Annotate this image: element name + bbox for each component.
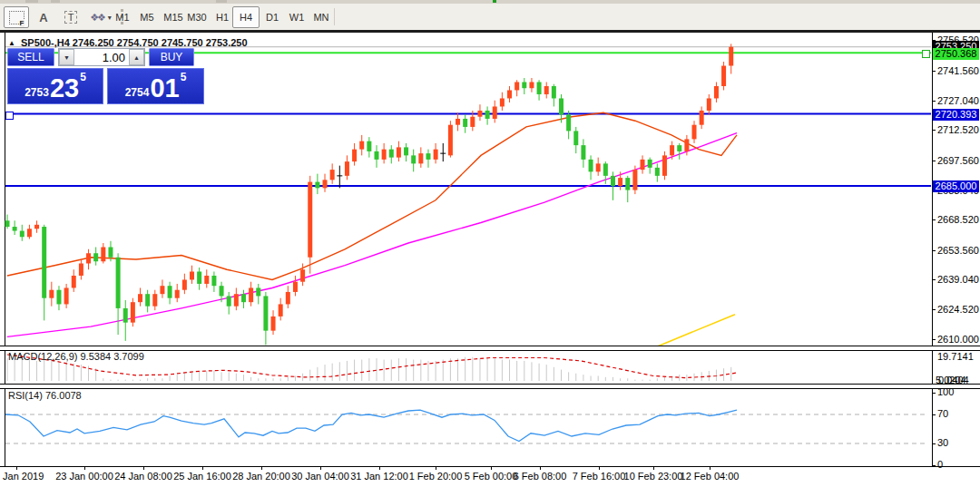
time-tick-mark bbox=[540, 467, 541, 470]
price-tick-mark bbox=[932, 71, 936, 72]
price-tick-label: 2668.520 bbox=[937, 214, 979, 225]
price-tick-mark bbox=[932, 219, 936, 220]
price-tick-label: 2610.000 bbox=[937, 334, 979, 345]
time-tick-mark bbox=[710, 467, 710, 470]
ohlc-high: 2754.750 bbox=[117, 37, 159, 48]
time-tick-label: 10 Feb 23:00 bbox=[624, 471, 683, 482]
chart-window: ▲ SP500-,H4 2746.250 2754.750 2745.750 2… bbox=[0, 33, 980, 487]
timeframe-mn-button[interactable]: MN bbox=[309, 6, 333, 28]
ask-big-digits: 01 bbox=[150, 75, 179, 102]
time-tick-mark bbox=[599, 467, 600, 470]
price-tick-mark bbox=[932, 101, 936, 102]
rsi-indicator-label: RSI(14) 76.0078 bbox=[8, 390, 82, 401]
time-tick-mark bbox=[653, 467, 654, 470]
macd-indicator-label: MACD(12,26,9) 9.5384 3.7099 bbox=[8, 351, 144, 362]
rsi-tick-label: 100 bbox=[937, 386, 954, 397]
bid-big-digits: 23 bbox=[50, 75, 79, 102]
toolbar-separator bbox=[334, 8, 335, 25]
toolbar: F A T ❖❖ ▾ M1M5M15M30H1H4D1W1MN bbox=[0, 4, 980, 31]
line-handle[interactable] bbox=[922, 50, 930, 58]
clipped-green-indicator bbox=[493, 0, 496, 3]
timeframe-w1-button[interactable]: W1 bbox=[286, 6, 308, 28]
timeframe-d1-button[interactable]: D1 bbox=[261, 6, 283, 28]
price-tick-label: 2712.520 bbox=[937, 124, 979, 135]
time-tick-label: 12 Feb 04:00 bbox=[681, 471, 740, 482]
timeframe-m30-button[interactable]: M30 bbox=[184, 6, 210, 28]
text-label-button[interactable]: T bbox=[58, 6, 83, 28]
ohlc-low: 2745.750 bbox=[162, 37, 203, 48]
macd-max-label: 19.7141 bbox=[937, 351, 974, 362]
price-tick-mark bbox=[932, 309, 936, 310]
rsi-tick-mark bbox=[932, 414, 936, 415]
time-tick-label: 21 Jan 2019 bbox=[0, 471, 44, 482]
volume-spinner: ▼ 1.00 ▲ bbox=[58, 48, 145, 66]
letter-a-icon: A bbox=[39, 11, 47, 24]
ask-prefix: 2754 bbox=[125, 86, 150, 99]
sell-button[interactable]: SELL bbox=[7, 48, 54, 66]
grid-f-icon: F bbox=[9, 11, 24, 24]
chart-grid-f-button[interactable]: F bbox=[4, 6, 29, 28]
price-tick-label: 2727.040 bbox=[937, 95, 979, 106]
price-tick-label: 2697.560 bbox=[937, 155, 979, 166]
time-tick-mark bbox=[436, 467, 436, 470]
price-tick-label: 2653.560 bbox=[937, 245, 979, 256]
rsi-tick-label: 30 bbox=[937, 437, 948, 448]
price-tick-mark bbox=[932, 161, 936, 161]
time-tick-label: 7 Feb 16:00 bbox=[573, 471, 626, 482]
buy-button[interactable]: BUY bbox=[149, 48, 194, 66]
rsi-tick-mark bbox=[932, 465, 936, 466]
time-tick-label: 6 Feb 08:00 bbox=[514, 471, 567, 482]
volume-decrease-button[interactable]: ▼ bbox=[59, 49, 74, 65]
time-tick-label: 24 Jan 08:00 bbox=[114, 471, 172, 482]
time-tick-label: 5 Feb 00:00 bbox=[465, 471, 518, 482]
timeframe-m5-button[interactable]: M5 bbox=[136, 6, 158, 28]
clipped-button bbox=[216, 0, 227, 3]
time-axis-border bbox=[0, 466, 980, 467]
volume-input[interactable]: 1.00 bbox=[74, 49, 129, 65]
bid-sup-digit: 5 bbox=[80, 71, 86, 83]
time-tick-label: 28 Jan 20:00 bbox=[232, 471, 290, 482]
line-handle[interactable] bbox=[5, 112, 14, 120]
time-tick-mark bbox=[202, 467, 203, 470]
rsi-tick-mark bbox=[932, 443, 936, 444]
price-tick-mark bbox=[932, 250, 936, 251]
price-tick-label: 2639.040 bbox=[937, 274, 979, 285]
arrow-label-button[interactable]: A bbox=[31, 6, 56, 28]
time-tick-label: 30 Jan 04:00 bbox=[291, 471, 349, 482]
time-tick-mark bbox=[491, 467, 492, 470]
symbol-collapse-icon[interactable]: ▲ bbox=[8, 39, 15, 47]
time-tick-label: 31 Jan 12:00 bbox=[350, 471, 408, 482]
time-tick-mark bbox=[84, 467, 85, 470]
bid-price-box[interactable]: 2753 23 5 bbox=[7, 68, 103, 104]
rsi-tick-label: 70 bbox=[937, 408, 948, 419]
price-tick-mark bbox=[932, 130, 936, 131]
trading-terminal-window: F A T ❖❖ ▾ M1M5M15M30H1H4D1W1MN ▲ SP500-… bbox=[0, 0, 980, 487]
time-tick-mark bbox=[16, 467, 17, 470]
time-tick-label: 25 Jan 16:00 bbox=[173, 471, 231, 482]
price-tick-label: 2741.560 bbox=[937, 65, 979, 76]
price-tick-label: 2624.520 bbox=[937, 304, 979, 315]
price-tick-mark bbox=[932, 279, 936, 280]
volume-increase-button[interactable]: ▲ bbox=[129, 49, 144, 65]
ask-price-box[interactable]: 2754 01 5 bbox=[107, 68, 204, 104]
macd-min-label: 0.0404 bbox=[938, 375, 969, 385]
price-tick-mark bbox=[932, 339, 936, 340]
ohlc-close: 2753.250 bbox=[206, 37, 248, 48]
text-t-icon: T bbox=[64, 11, 78, 24]
one-click-trading-panel: SELL ▼ 1.00 ▲ BUY 2753 23 5 2754 01 5 bbox=[7, 48, 206, 104]
time-tick-mark bbox=[143, 467, 144, 470]
shapes-icon: ❖❖ bbox=[90, 12, 104, 24]
ohlc-open: 2746.250 bbox=[73, 37, 114, 48]
clipped-button bbox=[51, 0, 60, 3]
blue-level-badge: 2685.000 bbox=[933, 180, 979, 192]
timeframe-m15-button[interactable]: M15 bbox=[161, 6, 186, 28]
ask-sup-digit: 5 bbox=[181, 71, 187, 83]
green-level-badge: 2750.368 bbox=[933, 48, 979, 60]
rsi-pane-canvas[interactable] bbox=[0, 387, 932, 464]
timeframe-h1-button[interactable]: H1 bbox=[211, 6, 233, 28]
time-tick-mark bbox=[379, 467, 380, 470]
time-tick-mark bbox=[261, 467, 262, 470]
timeframe-m1-button[interactable]: M1 bbox=[112, 6, 133, 28]
clipped-button bbox=[25, 0, 38, 3]
timeframe-h4-button[interactable]: H4 bbox=[232, 6, 260, 28]
